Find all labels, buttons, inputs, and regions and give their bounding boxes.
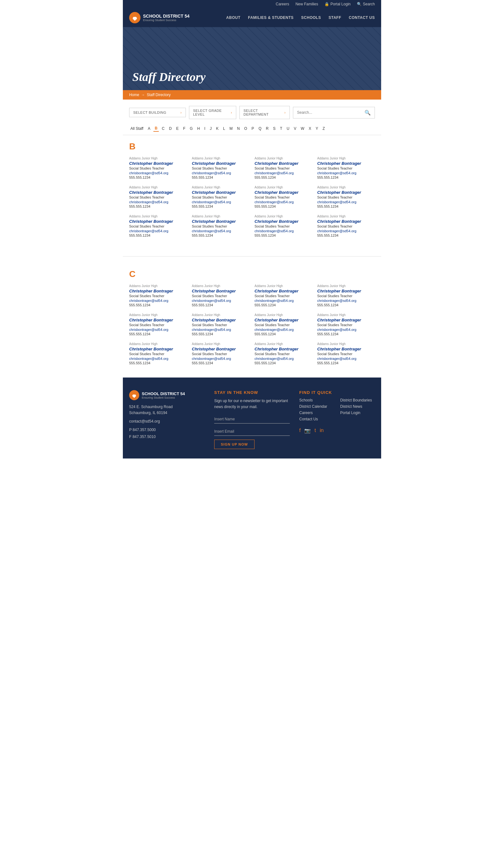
staff-name[interactable]: Christopher Bontrager: [192, 289, 250, 293]
staff-email[interactable]: chrisbontrager@sd54.org: [317, 229, 375, 233]
nav-schools[interactable]: SCHOOLS: [301, 15, 321, 20]
search-box[interactable]: 🔍: [293, 107, 375, 119]
staff-email[interactable]: chrisbontrager@sd54.org: [254, 357, 312, 360]
footer-email[interactable]: contact@sd54.org: [129, 419, 205, 424]
staff-name[interactable]: Christopher Bontrager: [129, 219, 187, 224]
staff-email[interactable]: chrisbontrager@sd54.org: [129, 299, 187, 303]
staff-email[interactable]: chrisbontrager@sd54.org: [317, 200, 375, 204]
building-select[interactable]: SELECT BUILDING ›: [129, 108, 186, 117]
alpha-nav-item[interactable]: I: [203, 126, 206, 131]
staff-name[interactable]: Christopher Bontrager: [129, 161, 187, 166]
staff-name[interactable]: Christopher Bontrager: [254, 347, 312, 351]
alpha-nav-item[interactable]: E: [175, 126, 180, 131]
alpha-nav-item[interactable]: D: [168, 126, 173, 131]
staff-name[interactable]: Christopher Bontrager: [317, 289, 375, 293]
footer-link[interactable]: Schools: [299, 398, 334, 402]
signup-button[interactable]: SIGN UP NOW: [214, 440, 254, 449]
instagram-icon[interactable]: 📷: [304, 428, 311, 434]
footer-link[interactable]: District News: [340, 404, 375, 409]
alpha-nav-item[interactable]: T: [279, 126, 284, 131]
staff-email[interactable]: chrisbontrager@sd54.org: [129, 328, 187, 332]
alpha-nav-item[interactable]: G: [189, 126, 194, 131]
staff-email[interactable]: chrisbontrager@sd54.org: [192, 328, 250, 332]
nav-staff[interactable]: STAFF: [328, 15, 341, 20]
alpha-nav-item[interactable]: S: [272, 126, 277, 131]
staff-name[interactable]: Christopher Bontrager: [192, 318, 250, 322]
staff-name[interactable]: Christopher Bontrager: [129, 318, 187, 322]
staff-email[interactable]: chrisbontrager@sd54.org: [254, 328, 312, 332]
staff-name[interactable]: Christopher Bontrager: [317, 161, 375, 166]
staff-name[interactable]: Christopher Bontrager: [192, 190, 250, 195]
alpha-nav-item[interactable]: R: [265, 126, 270, 131]
staff-email[interactable]: chrisbontrager@sd54.org: [254, 299, 312, 303]
staff-email[interactable]: chrisbontrager@sd54.org: [254, 229, 312, 233]
staff-email[interactable]: chrisbontrager@sd54.org: [129, 229, 187, 233]
alpha-nav-item[interactable]: All Staff: [129, 126, 145, 131]
department-select[interactable]: SELECT DEPARTMENT ›: [239, 106, 290, 119]
alpha-nav-item[interactable]: Z: [321, 126, 326, 131]
search-input[interactable]: [297, 110, 364, 115]
footer-link[interactable]: Portal Login: [340, 411, 375, 415]
staff-name[interactable]: Christopher Bontrager: [192, 219, 250, 224]
alpha-nav-item[interactable]: O: [243, 126, 248, 131]
staff-name[interactable]: Christopher Bontrager: [254, 318, 312, 322]
footer-link[interactable]: District Boundaries: [340, 398, 375, 402]
staff-name[interactable]: Christopher Bontrager: [254, 219, 312, 224]
staff-name[interactable]: Christopher Bontrager: [317, 219, 375, 224]
staff-name[interactable]: Christopher Bontrager: [254, 161, 312, 166]
alpha-nav-item[interactable]: V: [293, 126, 298, 131]
alpha-nav-item[interactable]: N: [236, 126, 241, 131]
nav-about[interactable]: ABOUT: [226, 15, 240, 20]
staff-email[interactable]: chrisbontrager@sd54.org: [192, 357, 250, 360]
newsletter-email-input[interactable]: [214, 427, 290, 436]
staff-email[interactable]: chrisbontrager@sd54.org: [129, 171, 187, 175]
alpha-nav-item[interactable]: Y: [314, 126, 319, 131]
alpha-nav-item[interactable]: A: [146, 126, 151, 131]
staff-name[interactable]: Christopher Bontrager: [254, 190, 312, 195]
alpha-nav-item[interactable]: P: [250, 126, 255, 131]
staff-email[interactable]: chrisbontrager@sd54.org: [254, 200, 312, 204]
staff-email[interactable]: chrisbontrager@sd54.org: [317, 171, 375, 175]
staff-name[interactable]: Christopher Bontrager: [129, 289, 187, 293]
alpha-nav-item[interactable]: W: [300, 126, 306, 131]
site-logo[interactable]: SCHOOL DISTRICT 54 Ensuring Student Succ…: [129, 12, 190, 23]
newsletter-name-input[interactable]: [214, 415, 290, 424]
staff-name[interactable]: Christopher Bontrager: [254, 289, 312, 293]
staff-email[interactable]: chrisbontrager@sd54.org: [129, 200, 187, 204]
staff-email[interactable]: chrisbontrager@sd54.org: [317, 299, 375, 303]
staff-email[interactable]: chrisbontrager@sd54.org: [192, 299, 250, 303]
staff-name[interactable]: Christopher Bontrager: [317, 190, 375, 195]
staff-email[interactable]: chrisbontrager@sd54.org: [317, 357, 375, 360]
alpha-nav-item[interactable]: K: [215, 126, 220, 131]
footer-link[interactable]: Contact Us: [299, 417, 334, 421]
alpha-nav-item[interactable]: X: [307, 126, 312, 131]
footer-link[interactable]: District Calendar: [299, 404, 334, 409]
alpha-nav-item[interactable]: B: [154, 125, 159, 132]
staff-name[interactable]: Christopher Bontrager: [317, 347, 375, 351]
staff-email[interactable]: chrisbontrager@sd54.org: [192, 200, 250, 204]
facebook-icon[interactable]: f: [299, 428, 301, 434]
linkedin-icon[interactable]: in: [320, 428, 324, 434]
alpha-nav-item[interactable]: U: [285, 126, 291, 131]
staff-name[interactable]: Christopher Bontrager: [317, 318, 375, 322]
new-families-link[interactable]: New Families: [295, 2, 318, 6]
alpha-nav-item[interactable]: H: [196, 126, 201, 131]
staff-name[interactable]: Christopher Bontrager: [129, 347, 187, 351]
alpha-nav-item[interactable]: M: [228, 126, 234, 131]
nav-contact[interactable]: CONTACT US: [349, 15, 375, 20]
staff-email[interactable]: chrisbontrager@sd54.org: [192, 229, 250, 233]
staff-name[interactable]: Christopher Bontrager: [192, 161, 250, 166]
twitter-icon[interactable]: t: [314, 428, 316, 434]
alpha-nav-item[interactable]: J: [209, 126, 213, 131]
staff-email[interactable]: chrisbontrager@sd54.org: [192, 171, 250, 175]
staff-name[interactable]: Christopher Bontrager: [192, 347, 250, 351]
staff-email[interactable]: chrisbontrager@sd54.org: [129, 357, 187, 360]
breadcrumb-home[interactable]: Home: [129, 93, 139, 97]
alpha-nav-item[interactable]: Q: [257, 126, 263, 131]
search-button[interactable]: 🔍 Search: [357, 2, 375, 6]
portal-login-link[interactable]: 🔒 Portal Login: [324, 2, 350, 6]
careers-link[interactable]: Careers: [276, 2, 289, 6]
staff-name[interactable]: Christopher Bontrager: [129, 190, 187, 195]
staff-email[interactable]: chrisbontrager@sd54.org: [317, 328, 375, 332]
alpha-nav-item[interactable]: F: [182, 126, 186, 131]
